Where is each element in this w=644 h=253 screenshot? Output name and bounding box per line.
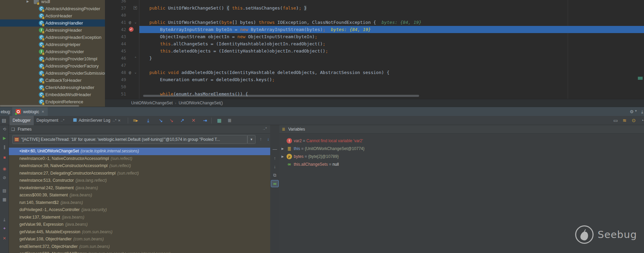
- tab-adminserver-log[interactable]: AdminServer Log→*✕: [70, 116, 124, 125]
- hide-panel-icon[interactable]: ⤓: [641, 109, 643, 115]
- hide-strip-icon[interactable]: —: [270, 147, 279, 152]
- mute-breakpoints-icon[interactable]: ⊘: [0, 175, 9, 180]
- line-number[interactable]: 37: [114, 4, 126, 12]
- force-step-into-icon[interactable]: ↘: [169, 117, 173, 124]
- code-line-43[interactable]: 43 ObjectInputStream objectIn = new Obje…: [105, 33, 644, 40]
- fold-plus-icon[interactable]: +: [134, 6, 137, 10]
- frame-row[interactable]: newInstance:27, DelegatingConstructorAcc…: [9, 170, 270, 177]
- line-number[interactable]: 50: [114, 83, 126, 90]
- tree-item-AddressingHeader[interactable]: IAddressingHeader: [0, 27, 105, 34]
- step-out-icon[interactable]: ↗: [180, 117, 184, 124]
- code-line-42[interactable]: 42✓ ByteArrayInputStream byteIn = new By…: [105, 26, 644, 33]
- code-line-48[interactable]: 48@⌄ public void addDeletedObjects(Ident…: [105, 69, 644, 76]
- thread-dump-icon[interactable]: ▤: [0, 188, 9, 193]
- fold-arrow-icon[interactable]: ⌄: [135, 69, 136, 76]
- breadcrumb-item[interactable]: UnitOfWorkChangeSet(): [179, 101, 223, 105]
- pause-icon[interactable]: ∥: [0, 145, 9, 149]
- tree-item-AddressingHelper[interactable]: CAddressingHelper: [0, 41, 105, 48]
- code-line-44[interactable]: 44 this.allChangeSets = (IdentityHashtab…: [105, 40, 644, 47]
- view-breakpoints-icon[interactable]: ◉: [0, 166, 9, 171]
- frame-row[interactable]: <init>:60, UnitOfWorkChangeSet(oracle.to…: [9, 148, 270, 155]
- tree-item-AddressingProvider10Impl[interactable]: CAddressingProvider10Impl: [0, 55, 105, 62]
- run-to-cursor-icon[interactable]: ⇥: [203, 117, 207, 124]
- pin-icon[interactable]: ✦: [0, 226, 9, 231]
- frame-row[interactable]: newInstance:513, Constructor(java.lang.r…: [9, 177, 270, 184]
- tree-item-ActionHeader[interactable]: CActionHeader: [0, 12, 105, 19]
- fold-arrow-icon[interactable]: ⌄: [135, 19, 136, 26]
- step-into-icon[interactable]: ↘: [159, 117, 163, 124]
- code-line-47[interactable]: 47: [105, 62, 644, 69]
- frame-row[interactable]: endElement:593, AbstractSAXParser(com.su…: [9, 250, 270, 253]
- view-options-icon[interactable]: ≣: [228, 117, 232, 124]
- code-line-40[interactable]: 40: [105, 12, 644, 19]
- close-icon[interactable]: ✕: [118, 119, 121, 122]
- copy-stack-icon[interactable]: ⧉: [270, 173, 279, 178]
- tree-item-AddressingProviderFactory[interactable]: CAddressingProviderFactory: [0, 62, 105, 70]
- breakpoint-icon[interactable]: ✓: [129, 27, 134, 32]
- thread-selector-arrow[interactable]: ▼: [247, 135, 256, 144]
- frame-row[interactable]: run:140, Statement$2(java.beans): [9, 199, 270, 207]
- frame-up-icon[interactable]: ↑: [260, 136, 262, 142]
- frame-row[interactable]: newInstance:39, NativeConstructorAccesso…: [9, 162, 270, 170]
- frame-row[interactable]: getValue:445, MutableExpression(com.sun.…: [9, 228, 270, 236]
- line-number[interactable]: 49: [114, 76, 126, 83]
- tab-debugger[interactable]: Debugger: [10, 116, 34, 125]
- watch-view-icon[interactable]: ∞: [271, 180, 279, 187]
- variable-row-var2[interactable]: !var2 = Cannot find local variable 'var2…: [279, 137, 644, 145]
- restore-layout-icon[interactable]: ▭: [613, 117, 618, 124]
- gear-icon[interactable]: ⚙: [630, 109, 634, 114]
- breadcrumb-item[interactable]: UnitOfWorkChangeSet: [131, 101, 173, 105]
- close-icon[interactable]: ✕: [42, 110, 44, 114]
- evaluate-expression-icon[interactable]: ▦: [217, 117, 221, 124]
- line-number[interactable]: 51: [114, 90, 126, 98]
- code-line-51[interactable]: 51 while(enumtr.hasMoreElements()) {: [105, 90, 644, 98]
- frame-row[interactable]: endElement:372, ObjectHandler(com.sun.be…: [9, 243, 270, 251]
- panel-icon[interactable]: ▤: [2, 117, 6, 124]
- scroll-to-icon[interactable]: ⤓: [0, 217, 9, 222]
- resume-icon[interactable]: ▶: [0, 136, 9, 140]
- tree-item-AddressingProviderSubmissionImpl[interactable]: CAddressingProviderSubmissionImpl: [0, 70, 105, 77]
- code-editor[interactable]: 3637+ public UnitOfWorkChangeSet() { thi…: [105, 0, 644, 99]
- line-number[interactable]: 43: [114, 33, 126, 40]
- line-number[interactable]: 42: [114, 26, 126, 33]
- drop-frame-icon[interactable]: ✕: [191, 117, 196, 124]
- line-number[interactable]: 36: [114, 0, 126, 4]
- code-line-50[interactable]: 50: [105, 83, 644, 90]
- annotation-icon[interactable]: @: [129, 19, 131, 26]
- variables-header[interactable]: ≣ Variables: [279, 125, 644, 134]
- expand-arrow-icon[interactable]: ▶: [281, 145, 284, 152]
- frame-row[interactable]: access$000:39, Statement(java.beans): [9, 192, 270, 199]
- line-number[interactable]: 48: [114, 69, 126, 76]
- expand-arrow-icon[interactable]: ▶: [27, 0, 29, 3]
- line-number[interactable]: 45: [114, 47, 126, 55]
- tree-item-AddressingProvider[interactable]: IAddressingProvider: [0, 48, 105, 55]
- line-number[interactable]: 44: [114, 40, 126, 47]
- frame-row[interactable]: newInstance0:-1, NativeConstructorAccess…: [9, 155, 270, 163]
- variable-row-this[interactable]: ▶≣this = {UnitOfWorkChangeSet@10774}: [279, 145, 644, 152]
- tree-item-EndpointReference[interactable]: CEndpointReference: [0, 98, 105, 105]
- thread-selector[interactable]: "[ACTIVE] ExecuteThread: '18' for queue:…: [12, 135, 247, 144]
- memory-view-icon[interactable]: ◔: [641, 117, 644, 124]
- restore-layout-small-icon[interactable]: ▦: [0, 197, 9, 202]
- up-the-stack-icon[interactable]: ↑: [270, 155, 279, 161]
- tree-item-wsdl[interactable]: ▶wsdl: [0, 0, 105, 5]
- variable-row-bytes[interactable]: ▶pbytes = {byte[2]@10789}: [279, 153, 644, 160]
- frame-row[interactable]: getValue:98, Expression(java.beans): [9, 221, 270, 228]
- rerun-icon[interactable]: ⟲: [0, 127, 9, 132]
- stop-icon[interactable]: ■: [0, 155, 9, 160]
- fold-arrow-icon[interactable]: ⌃: [135, 55, 136, 62]
- frame-row[interactable]: invoke:137, Statement(java.beans): [9, 214, 270, 221]
- frame-row[interactable]: doPrivileged:-1, AccessController(java.s…: [9, 206, 270, 214]
- code-line-36[interactable]: 36: [105, 0, 644, 4]
- tree-item-EmbeddedWsdlHeader[interactable]: CEmbeddedWsdlHeader: [0, 91, 105, 98]
- step-over-icon[interactable]: ⤓: [147, 117, 149, 124]
- code-line-37[interactable]: 37+ public UnitOfWorkChangeSet() { this.…: [105, 4, 644, 12]
- expand-arrow-icon[interactable]: ▶: [281, 153, 284, 160]
- tab-deployment[interactable]: Deployment→*: [33, 116, 67, 125]
- line-number[interactable]: 47: [114, 62, 126, 69]
- code-line-45[interactable]: 45 this.deletedObjects = (IdentityHashta…: [105, 47, 644, 55]
- variable-row-this.allChangeSets[interactable]: ∞this.allChangeSets = null: [279, 161, 644, 168]
- tree-item-AddressingHeaderException[interactable]: CAddressingHeaderException: [0, 34, 105, 41]
- frames-header[interactable]: ❑ Frames →*: [9, 125, 270, 134]
- code-line-46[interactable]: 46⌃ }: [105, 55, 644, 62]
